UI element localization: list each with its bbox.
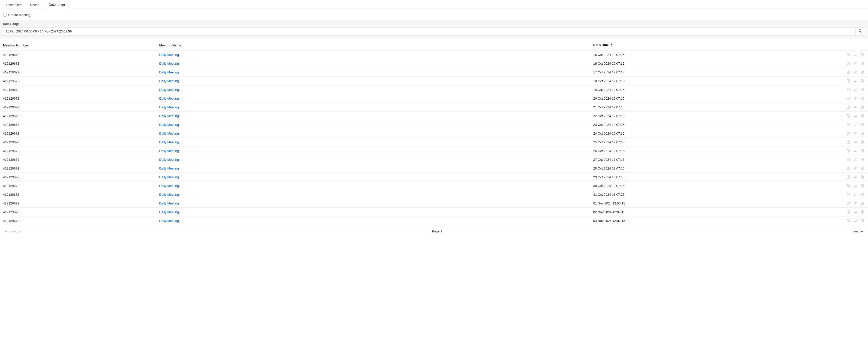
col-header-datetime[interactable]: Date/Time ▲ ▼ <box>590 40 764 50</box>
delete-button[interactable] <box>860 61 865 66</box>
more-info-button[interactable] <box>845 183 851 188</box>
delete-button[interactable] <box>860 105 865 109</box>
tab-date-range[interactable]: Date range <box>45 0 69 9</box>
cell-actions <box>764 85 868 94</box>
cell-datetime: 03 Nov 2024 13:07:15 <box>590 216 764 225</box>
edit-button[interactable] <box>852 114 858 118</box>
delete-button[interactable] <box>860 96 865 100</box>
edit-button[interactable] <box>852 79 858 83</box>
delete-button[interactable] <box>860 166 865 171</box>
more-info-button[interactable] <box>845 61 851 66</box>
cell-meeting-name[interactable]: Daily Meeting <box>156 216 590 225</box>
more-info-button[interactable] <box>845 96 851 100</box>
edit-button[interactable] <box>852 218 858 223</box>
create-meeting-button[interactable]: + Create meeting <box>2 12 31 17</box>
cell-meeting-name[interactable]: Daily Meeting <box>156 59 590 68</box>
cell-meeting-name[interactable]: Daily Meeting <box>156 164 590 173</box>
cell-meeting-name[interactable]: Daily Meeting <box>156 94 590 103</box>
cell-meeting-name[interactable]: Daily Meeting <box>156 208 590 216</box>
more-info-button[interactable] <box>845 149 851 153</box>
delete-button[interactable] <box>860 140 865 144</box>
edit-button[interactable] <box>852 122 858 127</box>
more-info-button[interactable] <box>845 157 851 162</box>
delete-button[interactable] <box>860 87 865 92</box>
delete-button[interactable] <box>860 70 865 75</box>
tab-recent[interactable]: Recent <box>26 0 44 9</box>
edit-button[interactable] <box>852 70 858 75</box>
edit-button[interactable] <box>852 210 858 214</box>
more-info-button[interactable] <box>845 79 851 83</box>
more-info-button[interactable] <box>845 166 851 171</box>
cell-datetime: 20 Oct 2024 12:07:15 <box>590 94 764 103</box>
delete-button[interactable] <box>860 52 865 57</box>
delete-button[interactable] <box>860 131 865 136</box>
cell-meeting-name[interactable]: Daily Meeting <box>156 181 590 190</box>
cell-meeting-name[interactable]: Daily Meeting <box>156 190 590 199</box>
delete-button[interactable] <box>860 122 865 127</box>
cell-meeting-name[interactable]: Daily Meeting <box>156 112 590 120</box>
more-info-button[interactable] <box>845 201 851 205</box>
col-header-meeting-number: Meeting Number <box>0 40 156 50</box>
delete-button[interactable] <box>860 79 865 83</box>
row-actions <box>767 70 865 75</box>
cell-meeting-number: 412129672 <box>0 216 156 225</box>
more-info-button[interactable] <box>845 175 851 179</box>
cell-meeting-name[interactable]: Daily Meeting <box>156 129 590 138</box>
cell-actions <box>764 77 868 85</box>
edit-button[interactable] <box>852 175 858 179</box>
row-actions <box>767 192 865 197</box>
more-info-button[interactable] <box>845 210 851 214</box>
more-info-button[interactable] <box>845 140 851 144</box>
delete-button[interactable] <box>860 192 865 197</box>
more-info-button[interactable] <box>845 87 851 92</box>
delete-button[interactable] <box>860 210 865 214</box>
edit-button[interactable] <box>852 61 858 66</box>
cell-meeting-name[interactable]: Daily Meeting <box>156 68 590 77</box>
delete-button[interactable] <box>860 157 865 162</box>
cell-meeting-name[interactable]: Daily Meeting <box>156 138 590 147</box>
edit-button[interactable] <box>852 105 858 109</box>
cell-meeting-name[interactable]: Daily Meeting <box>156 77 590 85</box>
more-info-button[interactable] <box>845 105 851 109</box>
date-range-input[interactable] <box>3 28 856 35</box>
cancel-icon <box>861 219 864 223</box>
sort-icons: ▲ ▼ <box>611 43 613 48</box>
cell-meeting-name[interactable]: Daily Meeting <box>156 199 590 208</box>
cell-meeting-name[interactable]: Daily Meeting <box>156 147 590 155</box>
more-info-button[interactable] <box>845 122 851 127</box>
more-info-button[interactable] <box>845 218 851 223</box>
edit-button[interactable] <box>852 52 858 57</box>
cell-meeting-name[interactable]: Daily Meeting <box>156 120 590 129</box>
edit-button[interactable] <box>852 149 858 153</box>
edit-button[interactable] <box>852 96 858 100</box>
delete-button[interactable] <box>860 114 865 118</box>
edit-button[interactable] <box>852 201 858 205</box>
delete-button[interactable] <box>860 149 865 153</box>
edit-button[interactable] <box>852 131 858 136</box>
cell-meeting-name[interactable]: Daily Meeting <box>156 50 590 59</box>
cell-meeting-name[interactable]: Daily Meeting <box>156 173 590 181</box>
search-button[interactable] <box>856 27 865 35</box>
edit-button[interactable] <box>852 166 858 171</box>
edit-button[interactable] <box>852 192 858 197</box>
edit-button[interactable] <box>852 157 858 162</box>
edit-button[interactable] <box>852 87 858 92</box>
more-info-button[interactable] <box>845 192 851 197</box>
delete-button[interactable] <box>860 175 865 179</box>
delete-button[interactable] <box>860 183 865 188</box>
edit-button[interactable] <box>852 140 858 144</box>
more-info-button[interactable] <box>845 114 851 118</box>
cell-meeting-name[interactable]: Daily Meeting <box>156 155 590 164</box>
tab-scheduled[interactable]: Scheduled <box>2 0 26 9</box>
delete-button[interactable] <box>860 218 865 223</box>
more-info-button[interactable] <box>845 131 851 136</box>
delete-button[interactable] <box>860 201 865 205</box>
edit-button[interactable] <box>852 183 858 188</box>
previous-button[interactable]: ◄ previous <box>3 229 23 234</box>
cell-meeting-name[interactable]: Daily Meeting <box>156 85 590 94</box>
cell-meeting-name[interactable]: Daily Meeting <box>156 103 590 112</box>
row-actions <box>767 96 865 100</box>
next-button[interactable]: next ► <box>852 229 865 234</box>
more-info-button[interactable] <box>845 70 851 75</box>
more-info-button[interactable] <box>845 52 851 57</box>
